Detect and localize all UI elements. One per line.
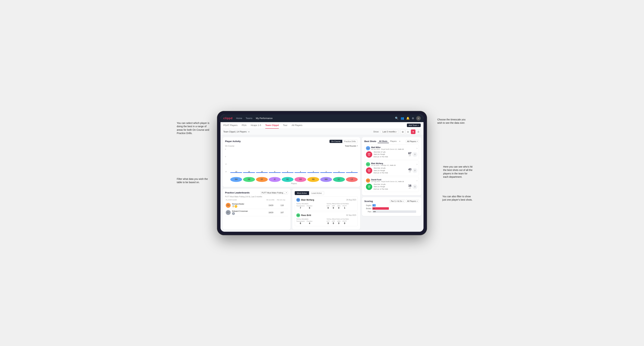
bs-tab-players[interactable]: Players (389, 140, 398, 143)
shot-card-2[interactable]: BM Blair McHarg 23 Jul 2023 · Aldridge G… (364, 161, 419, 176)
apc-putt-2: PUTT 0 (343, 220, 347, 224)
lb-avatar-2: EC (226, 210, 231, 215)
scoring-filter1[interactable]: Par 3, 4 & 5s ▾ (390, 199, 405, 203)
bar-blue-line-7 (320, 172, 332, 173)
shot-player-info-2: BM Blair McHarg 23 Jul 2023 · Aldridge G… (366, 162, 396, 166)
scoring-filters: Par 3, 4 & 5s ▾ All Players ▾ (390, 199, 419, 203)
tab-least-active[interactable]: Least Active (309, 191, 324, 195)
shot-details-3: Shot Dist: 16 yds Start Lie: Rough End L… (374, 183, 407, 190)
lb-score-1: 19/20 (266, 204, 276, 206)
tab-tour[interactable]: Tour (283, 122, 287, 129)
show-label: Show: (373, 131, 379, 133)
bar-chart-container: 15 10 5 0 1312109543322 (225, 148, 358, 176)
tab-team-clippd[interactable]: Team Clippd (265, 122, 279, 129)
shot-player-detail-2: 23 Jul 2023 · Aldridge GC, Hole 15 (371, 165, 396, 166)
lb-avgsq-1: 110 (277, 204, 287, 206)
search-icon[interactable]: 🔍 (395, 117, 398, 120)
shot-player-name-2: Blair McHarg (371, 162, 396, 165)
view-grid2-button[interactable]: ⊟ (406, 130, 410, 134)
apc-rounds-2: Total Rounds Tournament 8 Practice (296, 218, 326, 224)
player-activity-header: Player Activity On Course Practice Drill… (225, 140, 358, 143)
scene: Choose the timescale you wish to see the… (217, 111, 427, 235)
birdies-bar: 96 (372, 207, 389, 210)
player-avatar-8: EC (333, 177, 345, 182)
right-col: Best Shots All Shots Players ▾ All Playe… (362, 137, 422, 230)
pars-bar: 499 (372, 210, 416, 213)
apc-activities-1: Total Practice Activities GTT 0 APP (326, 203, 356, 209)
months-value: Last 3 months (382, 131, 396, 133)
bell-icon[interactable]: 🔔 (406, 117, 410, 120)
bar-blue-line-2 (256, 172, 268, 173)
add-team-button[interactable]: Add Team + (407, 124, 421, 127)
bar-blue-line-5 (294, 172, 306, 173)
shot-card-1[interactable]: MM Matt Miller 09 Jun 2023 · Royal North… (364, 145, 419, 160)
chart-bars: 1312109543322 (230, 148, 358, 173)
bs-tab-all-shots[interactable]: All Shots (378, 140, 389, 143)
shot-card-3[interactable]: DF David Ford 24 Aug 2023 · Royal North … (364, 177, 419, 192)
eagles-val: 3 (373, 204, 374, 206)
edit-icon[interactable]: ✏ (248, 131, 250, 133)
shot-data-row-3: 198 SG Shot Dist: 16 yds Start Lie: Roug… (366, 183, 418, 190)
shot-player-name-1: Matt Miller (371, 146, 404, 148)
lb-player-2: EC Edward Crossman 2 (226, 210, 265, 215)
months-select[interactable]: Last 3 months ▾ (381, 130, 399, 134)
bar-blue-line-0 (230, 172, 242, 173)
practice-leaderboard-card: Practice Leaderboards PUTT Must Make Put… (222, 189, 290, 230)
scoring-filter1-label: Par 3, 4 & 5s (391, 200, 402, 202)
apc-gtt-1: GTT 0 (326, 205, 330, 209)
chart-dropdown[interactable]: Total Rounds ▾ (345, 145, 358, 147)
toggle-practice[interactable]: Practice Drills (342, 140, 358, 143)
shot-metric-zero-3: 0 (412, 184, 418, 189)
nav-link-teams[interactable]: Teams (246, 117, 252, 120)
toggle-on-course[interactable]: On Course (330, 140, 342, 143)
view-list-button[interactable]: ☰ (416, 130, 421, 134)
bar-blue-line-1 (243, 172, 255, 173)
tab-pgat-players[interactable]: PGAT Players (223, 122, 238, 129)
annotation-left-bottom: Filter what data you wish the table to b… (177, 177, 208, 184)
player-activity-title: Player Activity (225, 140, 240, 143)
users-icon[interactable]: 👥 (400, 117, 404, 120)
leaderboard-dropdown[interactable]: PUTT Must Make Putting ... ▾ (260, 191, 288, 194)
scoring-bar-eagles: Eagles 3 (364, 204, 419, 206)
scoring-filter2[interactable]: All Players ▾ (406, 199, 419, 203)
player-avatar-4: EE (282, 177, 294, 182)
view-grid4-button[interactable]: ⊞ (400, 130, 405, 134)
tab-all-players[interactable]: All Players (292, 122, 302, 129)
bar-blue-line-9 (346, 172, 358, 173)
shot-name-group-3: David Ford 24 Aug 2023 · Royal North Dev… (371, 178, 404, 182)
apc-arg-2: ARG 0 (337, 220, 340, 224)
player-avatar-9: LR (346, 177, 358, 182)
tab-pga[interactable]: PGA (242, 122, 246, 129)
lb-player-info-2: Edward Crossman 2 (232, 210, 248, 215)
shot-name-group-1: Matt Miller 09 Jun 2023 · Royal North De… (371, 146, 404, 150)
shot-player-detail-3: 24 Aug 2023 · Royal North Devon GC, Hole… (371, 181, 404, 182)
tab-most-active[interactable]: Most Active (295, 191, 309, 195)
nav-link-home[interactable]: Home (236, 117, 242, 120)
tab-hcaps[interactable]: Hcaps 1-5 (251, 122, 261, 129)
plus-circle-icon[interactable]: ⊕ (412, 117, 414, 120)
apc-player-name-1: Blair McHarg (301, 199, 314, 201)
avatar[interactable]: U (416, 116, 421, 121)
chart-dropdown-label: Total Rounds (345, 145, 356, 147)
bs-filter-label: All Players (407, 140, 416, 142)
bs-players-dropdown[interactable]: All Players ▾ (406, 140, 419, 143)
apc-header-1: BM Blair McHarg 26 Aug 2023 (296, 198, 356, 202)
on-course-label: On Course (225, 145, 234, 147)
shot-player-detail-1: 09 Jun 2023 · Royal North Devon GC, Hole… (371, 148, 404, 150)
shot-metrics-2: 43 yds 0 (408, 168, 418, 173)
apc-activities-row-1: GTT 0 APP 0 (326, 205, 356, 209)
bar-blue-line-3 (269, 172, 280, 173)
apc-rounds-row-2: Tournament 8 Practice 4 (296, 220, 326, 224)
view-heart-button[interactable]: ♥ (411, 130, 416, 134)
nav-link-performance[interactable]: My Performance (256, 117, 272, 120)
months-chevron: ▾ (396, 131, 397, 133)
bar-blue-line-4 (282, 172, 294, 173)
tab-bar: PGAT Players PGA Hcaps 1-5 Team Clippd T… (220, 122, 424, 129)
apc-name-2: RB Rees Britt (296, 213, 311, 217)
rank-badge-2: 2 (232, 212, 235, 215)
scoring-card: Scoring Par 3, 4 & 5s ▾ All Players ▾ (362, 197, 422, 216)
bs-tabs: All Shots Players (378, 140, 398, 143)
scoring-title: Scoring (364, 200, 373, 202)
lb-table-header: PLAYER NAME PB SCORE PB AVG SQ (225, 199, 288, 201)
player-activity-card: Player Activity On Course Practice Drill… (222, 137, 360, 187)
